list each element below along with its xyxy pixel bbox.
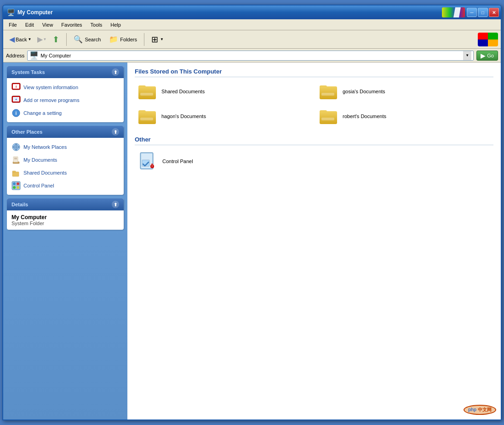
control-panel-sidebar-label: Control Panel bbox=[23, 183, 54, 188]
svg-rect-16 bbox=[12, 172, 19, 176]
system-tasks-header[interactable]: System Tasks ⬆ bbox=[7, 66, 124, 78]
menu-bar: File Edit View Favorites Tools Help bbox=[3, 19, 501, 30]
right-panel: Files Stored on This Computer Shared Doc… bbox=[127, 62, 501, 419]
other-places-collapse[interactable]: ⬆ bbox=[112, 128, 119, 136]
hagons-documents-item[interactable]: hagon's Documents bbox=[135, 106, 312, 127]
menu-tools[interactable]: Tools bbox=[87, 21, 106, 28]
other-places-title: Other Places bbox=[11, 129, 42, 135]
shared-documents-label: Shared Documents bbox=[23, 170, 67, 176]
my-network-places-icon bbox=[11, 142, 21, 152]
menu-help[interactable]: Help bbox=[107, 21, 125, 28]
xp-logo-area bbox=[442, 7, 465, 17]
address-computer-icon: 🖥️ bbox=[29, 51, 39, 60]
system-tasks-collapse[interactable]: ⬆ bbox=[112, 68, 119, 76]
search-button[interactable]: 🔍 Search bbox=[70, 33, 104, 45]
menu-file[interactable]: File bbox=[5, 21, 21, 28]
maximize-button[interactable]: □ bbox=[478, 8, 488, 17]
add-remove-programs-label: Add or remove programs bbox=[23, 97, 80, 103]
watermark-text: 中文网 bbox=[478, 407, 492, 412]
sidebar-item-my-documents[interactable]: My Documents bbox=[10, 154, 121, 165]
menu-view[interactable]: View bbox=[39, 21, 57, 28]
go-button[interactable]: ▶ Go bbox=[476, 51, 498, 61]
menu-edit[interactable]: Edit bbox=[22, 21, 38, 28]
details-item-type: System Folder bbox=[11, 221, 119, 226]
watermark: php 中文网 bbox=[464, 405, 496, 415]
back-arrow-icon: ◀ bbox=[9, 35, 15, 44]
sidebar-item-shared-documents[interactable]: Shared Documents bbox=[10, 167, 121, 178]
search-icon: 🔍 bbox=[74, 35, 83, 44]
shared-documents-icon bbox=[11, 168, 21, 177]
title-bar-left: 🖥️ My Computer bbox=[7, 9, 53, 16]
gosias-documents-item[interactable]: gosia's Documents bbox=[316, 81, 493, 102]
separator-2 bbox=[144, 33, 144, 46]
window-title: My Computer bbox=[17, 9, 53, 16]
search-label: Search bbox=[85, 37, 101, 42]
sidebar-item-view-system-info[interactable]: i View system information bbox=[10, 82, 121, 93]
forward-arrow-icon: ▶ bbox=[37, 35, 43, 44]
sidebar-item-add-remove-programs[interactable]: + Add or remove programs bbox=[10, 95, 121, 106]
views-icon: ⊞ bbox=[151, 34, 158, 45]
shared-documents-folder-icon bbox=[138, 84, 157, 99]
up-icon: ⬆ bbox=[52, 34, 59, 45]
control-panel-item[interactable]: Control Panel bbox=[135, 149, 493, 174]
up-button[interactable]: ⬆ bbox=[49, 33, 63, 46]
address-dropdown-button[interactable]: ▼ bbox=[463, 51, 471, 60]
sidebar: System Tasks ⬆ i View system information bbox=[3, 62, 127, 419]
menu-favorites[interactable]: Favorites bbox=[57, 21, 86, 28]
files-section-header: Files Stored on This Computer bbox=[135, 68, 493, 77]
details-header[interactable]: Details ⬆ bbox=[7, 198, 124, 210]
other-section: Other bbox=[135, 136, 493, 174]
address-input-container[interactable]: 🖥️ My Computer ▼ bbox=[27, 51, 474, 61]
svg-text:i: i bbox=[16, 85, 17, 89]
back-button[interactable]: ◀ Back ▼ bbox=[6, 33, 34, 45]
forward-dropdown-icon: ▼ bbox=[43, 37, 46, 41]
roberts-documents-folder-icon bbox=[320, 108, 338, 124]
hagons-documents-label: hagon's Documents bbox=[161, 113, 206, 119]
xp-flag bbox=[478, 33, 498, 46]
change-setting-label: Change a setting bbox=[23, 110, 62, 116]
sidebar-item-control-panel[interactable]: Control Panel bbox=[10, 180, 121, 191]
toolbar: ◀ Back ▼ ▶ ▼ ⬆ 🔍 Search 📁 Folders ⊞ ▼ bbox=[3, 30, 501, 49]
address-value: My Computer bbox=[40, 53, 461, 58]
content-area: System Tasks ⬆ i View system information bbox=[3, 62, 501, 419]
system-tasks-title: System Tasks bbox=[11, 69, 45, 75]
svg-rect-18 bbox=[12, 181, 20, 190]
details-section: Details ⬆ My Computer System Folder bbox=[7, 198, 124, 230]
forward-button[interactable]: ▶ ▼ bbox=[36, 33, 47, 46]
close-button[interactable]: ✕ bbox=[489, 8, 499, 17]
my-documents-label: My Documents bbox=[23, 157, 57, 163]
view-system-info-label: View system information bbox=[23, 85, 78, 90]
views-button[interactable]: ⊞ ▼ bbox=[148, 33, 167, 46]
folders-label: Folders bbox=[120, 37, 137, 42]
minimize-button[interactable]: ─ bbox=[467, 8, 477, 17]
svg-text:i: i bbox=[16, 111, 17, 116]
views-dropdown-icon: ▼ bbox=[160, 37, 164, 41]
control-panel-sidebar-icon bbox=[11, 181, 21, 190]
svg-point-20 bbox=[17, 182, 19, 185]
control-panel-icon bbox=[138, 152, 158, 171]
address-bar: Address 🖥️ My Computer ▼ ▶ Go bbox=[3, 49, 501, 62]
other-places-header[interactable]: Other Places ⬆ bbox=[7, 126, 124, 138]
roberts-documents-label: robert's Documents bbox=[343, 113, 386, 119]
control-panel-label: Control Panel bbox=[162, 159, 193, 164]
svg-point-19 bbox=[13, 182, 16, 185]
folders-button[interactable]: 📁 Folders bbox=[106, 33, 140, 45]
watermark-area: php 中文网 bbox=[464, 405, 496, 415]
other-places-section: Other Places ⬆ My Network bbox=[7, 126, 124, 195]
system-tasks-section: System Tasks ⬆ i View system information bbox=[7, 66, 124, 122]
go-label: Go bbox=[487, 53, 494, 58]
svg-text:+: + bbox=[15, 97, 17, 102]
roberts-documents-item[interactable]: robert's Documents bbox=[316, 106, 493, 127]
files-grid: Shared Documents gosia's Documents bbox=[135, 81, 493, 127]
sidebar-item-change-setting[interactable]: i Change a setting bbox=[10, 108, 121, 119]
watermark-icon: php bbox=[468, 407, 476, 412]
window-icon: 🖥️ bbox=[7, 9, 15, 16]
shared-documents-item[interactable]: Shared Documents bbox=[135, 81, 312, 102]
sidebar-item-my-network-places[interactable]: My Network Places bbox=[10, 142, 121, 153]
my-network-places-label: My Network Places bbox=[23, 144, 67, 150]
details-item-name: My Computer bbox=[11, 214, 119, 221]
details-title: Details bbox=[11, 202, 28, 207]
gosias-documents-folder-icon bbox=[320, 84, 338, 99]
details-collapse[interactable]: ⬆ bbox=[112, 201, 119, 208]
other-section-header: Other bbox=[135, 136, 493, 145]
